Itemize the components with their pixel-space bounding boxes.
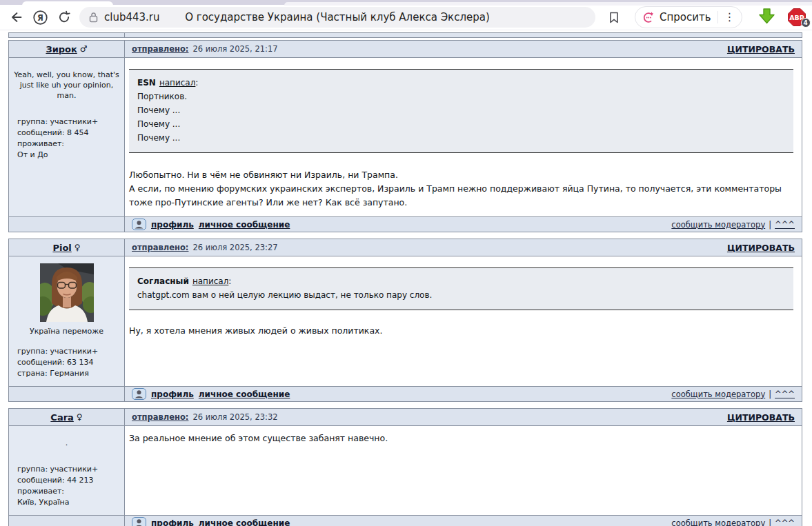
author-link[interactable]: Cara: [50, 412, 74, 423]
back-to-top-link[interactable]: ^^^: [775, 390, 795, 399]
bookmark-button[interactable]: [605, 8, 623, 26]
profile-person-icon: [132, 219, 146, 230]
post-author-cell: Зирок ♂: [9, 41, 125, 57]
author-avatar: [12, 263, 121, 324]
quote-box: Согласныйнаписал: chatgpt.com вам о ней …: [129, 267, 793, 310]
browser-toolbar: Я club443.ru О государстве Украина (Част…: [0, 5, 812, 30]
post-paragraph: Ну, я хотела мнения живых людей о живых …: [129, 324, 793, 338]
refresh-icon: [57, 10, 71, 24]
adblock-extension-button[interactable]: ABP 4: [787, 8, 808, 27]
colon: :: [228, 276, 231, 286]
forum-post: Cara ♀ отправлено: 26 июля 2025, 23:32 Ц…: [8, 408, 802, 526]
post-date: 26 июля 2025, 23:32: [192, 412, 277, 422]
quote-line: Почему ...: [137, 103, 785, 117]
quote-line: Портников.: [137, 90, 785, 103]
background-window-edge: [284, 2, 812, 6]
quote-button[interactable]: ЦИТИРОВАТЬ: [727, 412, 795, 423]
profile-link[interactable]: профиль: [151, 220, 194, 230]
author-signature: Yeah, well, you know, that's just like u…: [12, 70, 121, 101]
back-to-top-link[interactable]: ^^^: [775, 220, 795, 230]
author-residence: От и До: [12, 150, 121, 161]
quoted-author: ESN: [137, 78, 156, 88]
author-sidebar: Yeah, well, you know, that's just like u…: [9, 58, 125, 216]
lock-icon: [89, 12, 98, 23]
forum-post: Зирок ♂ отправлено: 26 июля 2025, 21:17 …: [8, 40, 802, 232]
report-to-moderator-link[interactable]: сообщить модератору: [671, 390, 765, 399]
post-author-cell: Cara ♀: [9, 409, 125, 425]
quoted-author: Согласный: [137, 276, 189, 286]
quote-button[interactable]: ЦИТИРОВАТЬ: [727, 243, 795, 253]
avatar-photo: [40, 263, 94, 322]
quote-button[interactable]: ЦИТИРОВАТЬ: [727, 44, 795, 54]
address-bar[interactable]: club443.ru О государстве Украина (Частны…: [79, 7, 595, 28]
author-signature: .: [12, 438, 121, 448]
private-message-link[interactable]: личное сообщение: [199, 390, 290, 399]
post-date: 26 июля 2025, 23:27: [192, 243, 277, 252]
post-body-row: Україна переможе группа: участники+ сооб…: [9, 256, 802, 386]
ask-ai-button[interactable]: Спросить ⋮: [635, 6, 742, 28]
report-to-moderator-link[interactable]: сообщить модератору: [671, 220, 765, 230]
author-link[interactable]: Зирок: [46, 44, 77, 54]
post-paragraph: А если, по мнению форумских украинских э…: [129, 182, 793, 210]
sent-label[interactable]: отправлено:: [132, 243, 188, 252]
gender-symbol: ♀: [75, 243, 81, 252]
post-footer: профиль личное сообщение сообщить модера…: [9, 386, 802, 401]
back-icon: [9, 10, 23, 24]
pipe-separator: |: [769, 518, 771, 526]
wrote-link[interactable]: написал: [192, 276, 228, 286]
back-button[interactable]: [7, 8, 25, 26]
sent-label[interactable]: отправлено:: [132, 44, 188, 54]
author-message-count: сообщений: 8 454: [12, 128, 121, 139]
post-date: 26 июля 2025, 21:17: [192, 44, 277, 54]
post-date-cell: отправлено: 26 июля 2025, 21:17 ЦИТИРОВА…: [125, 41, 802, 57]
author-link[interactable]: Piol: [52, 243, 71, 253]
url-host[interactable]: club443.ru: [104, 11, 160, 23]
post-separator: [8, 232, 802, 239]
ask-pill-divider: [717, 11, 718, 23]
post-header: Piol ♀ отправлено: 26 июля 2025, 23:27 Ц…: [9, 239, 802, 256]
post-body-row: . группа: участники+ сообщений: 44 213 п…: [9, 426, 802, 515]
ask-ai-label: Спросить: [660, 11, 711, 23]
author-residence-label: проживает:: [12, 486, 121, 497]
refresh-button[interactable]: [55, 8, 73, 26]
back-to-top-link[interactable]: ^^^: [775, 518, 795, 526]
avatar-caption: Україна переможе: [12, 326, 121, 336]
extensions-area: ABP 4: [757, 7, 812, 28]
post-content: Согласныйнаписал: chatgpt.com вам о ней …: [125, 256, 802, 386]
pipe-separator: |: [769, 390, 771, 399]
post-content: ESNнаписал: Портников. Почему ... Почему…: [125, 58, 802, 216]
author-sidebar: Україна переможе группа: участники+ сооб…: [9, 256, 125, 386]
post-content: За реальное мнение об этом существе заба…: [125, 426, 802, 515]
private-message-link[interactable]: личное сообщение: [199, 518, 290, 526]
author-residence-label: проживает:: [12, 139, 121, 150]
quote-line: Почему ...: [137, 131, 785, 145]
profile-link[interactable]: профиль: [151, 518, 194, 526]
browser-tab-strip: [0, 0, 812, 5]
active-tab[interactable]: [22, 1, 113, 6]
green-download-arrow-icon: [757, 7, 776, 26]
profile-card-button[interactable]: [132, 388, 146, 400]
video-download-extension-button[interactable]: [757, 7, 776, 28]
previous-post-partial-row: [8, 32, 802, 38]
post-header: Зирок ♂ отправлено: 26 июля 2025, 21:17 …: [9, 41, 802, 58]
forum-post: Piol ♀ отправлено: 26 июля 2025, 23:27 Ц…: [8, 239, 802, 402]
kebab-menu-icon[interactable]: ⋮: [724, 12, 735, 23]
author-residence: Київ, Україна: [12, 497, 121, 508]
post-header: Cara ♀ отправлено: 26 июля 2025, 23:32 Ц…: [9, 409, 802, 426]
pipe-separator: |: [769, 220, 771, 230]
yandex-home-button[interactable]: Я: [31, 8, 49, 26]
profile-card-button[interactable]: [132, 219, 146, 230]
sent-label[interactable]: отправлено:: [132, 412, 188, 422]
wrote-link[interactable]: написал: [159, 78, 195, 88]
author-group: группа: участники+: [12, 464, 121, 475]
report-to-moderator-link[interactable]: сообщить модератору: [671, 518, 765, 526]
gender-symbol: ♂: [80, 44, 88, 54]
post-author-cell: Piol ♀: [9, 239, 125, 256]
profile-card-button[interactable]: [132, 517, 146, 526]
post-body-row: Yeah, well, you know, that's just like u…: [9, 58, 802, 216]
profile-link[interactable]: профиль: [151, 390, 194, 399]
post-date-cell: отправлено: 26 июля 2025, 23:32 ЦИТИРОВА…: [125, 409, 802, 425]
private-message-link[interactable]: личное сообщение: [199, 220, 290, 230]
author-group: группа: участники+: [12, 346, 121, 357]
profile-person-icon: [132, 517, 146, 526]
